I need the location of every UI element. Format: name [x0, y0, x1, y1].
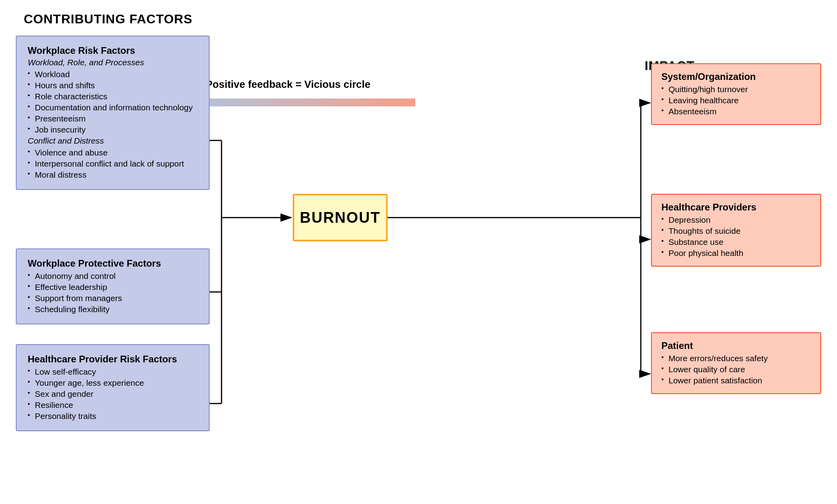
- workplace-risk-subtitle1: Workload, Role, and Processes: [28, 58, 198, 67]
- list-item: Scheduling flexibility: [28, 304, 198, 315]
- list-item: Support from managers: [28, 293, 198, 304]
- feedback-arrow: [182, 93, 427, 112]
- list-item: Personality traits: [28, 411, 198, 422]
- list-item: Documentation and information technology: [28, 102, 198, 113]
- healthcare-providers-list: Depression Thoughts of suicide Substance…: [661, 214, 811, 259]
- system-org-box: System/Organization Quitting/high turnov…: [651, 63, 821, 125]
- list-item: Sex and gender: [28, 388, 198, 400]
- patient-title: Patient: [661, 340, 811, 351]
- provider-risk-list: Low self-efficacy Younger age, less expe…: [28, 366, 198, 422]
- list-item: Autonomy and control: [28, 271, 198, 282]
- provider-risk-title: Healthcare Provider Risk Factors: [28, 354, 198, 365]
- list-item: Thoughts of suicide: [661, 225, 811, 237]
- list-item: Quitting/high turnover: [661, 84, 811, 95]
- workplace-risk-title: Workplace Risk Factors: [28, 45, 198, 56]
- patient-box: Patient More errors/reduces safety Lower…: [651, 332, 821, 394]
- list-item: Lower quality of care: [661, 364, 811, 375]
- protective-list: Autonomy and control Effective leadershi…: [28, 271, 198, 315]
- list-item: Job insecurity: [28, 124, 198, 135]
- svg-rect-0: [190, 99, 415, 106]
- workplace-risk-list2: Violence and abuse Interpersonal conflic…: [28, 147, 198, 180]
- protective-title: Workplace Protective Factors: [28, 258, 198, 269]
- healthcare-providers-impact-box: Healthcare Providers Depression Thoughts…: [651, 194, 821, 267]
- list-item: Moral distress: [28, 169, 198, 180]
- burnout-label: BURNOUT: [300, 209, 381, 226]
- list-item: Resilience: [28, 400, 198, 411]
- list-item: Poor physical health: [661, 248, 811, 259]
- list-item: Low self-efficacy: [28, 366, 198, 377]
- list-item: Interpersonal conflict and lack of suppo…: [28, 158, 198, 169]
- list-item: Substance use: [661, 237, 811, 248]
- workplace-risk-box: Workplace Risk Factors Workload, Role, a…: [16, 36, 210, 190]
- system-org-title: System/Organization: [661, 71, 811, 82]
- workplace-risk-list1: Workload Hours and shifts Role character…: [28, 69, 198, 135]
- list-item: Depression: [661, 214, 811, 225]
- workplace-risk-subtitle2: Conflict and Distress: [28, 136, 198, 146]
- protective-factors-box: Workplace Protective Factors Autonomy an…: [16, 248, 210, 324]
- list-item: Leaving healthcare: [661, 95, 811, 106]
- feedback-label: Positive feedback = Vicious circle: [206, 78, 370, 91]
- healthcare-providers-title: Healthcare Providers: [661, 202, 811, 213]
- list-item: Workload: [28, 69, 198, 80]
- list-item: Role characteristics: [28, 91, 198, 102]
- burnout-box: BURNOUT: [293, 194, 388, 241]
- list-item: Effective leadership: [28, 282, 198, 293]
- list-item: Hours and shifts: [28, 80, 198, 91]
- patient-list: More errors/reduces safety Lower quality…: [661, 353, 811, 386]
- system-org-list: Quitting/high turnover Leaving healthcar…: [661, 84, 811, 117]
- list-item: Violence and abuse: [28, 147, 198, 158]
- list-item: Absenteeism: [661, 106, 811, 117]
- list-item: More errors/reduces safety: [661, 353, 811, 364]
- provider-risk-box: Healthcare Provider Risk Factors Low sel…: [16, 344, 210, 431]
- list-item: Presenteeism: [28, 113, 198, 124]
- diagram-container: CONTRIBUTING FACTORS IMPACT Positive fee…: [0, 0, 837, 504]
- list-item: Younger age, less experience: [28, 377, 198, 388]
- list-item: Lower patient satisfaction: [661, 375, 811, 386]
- contributing-factors-title: CONTRIBUTING FACTORS: [24, 12, 193, 27]
